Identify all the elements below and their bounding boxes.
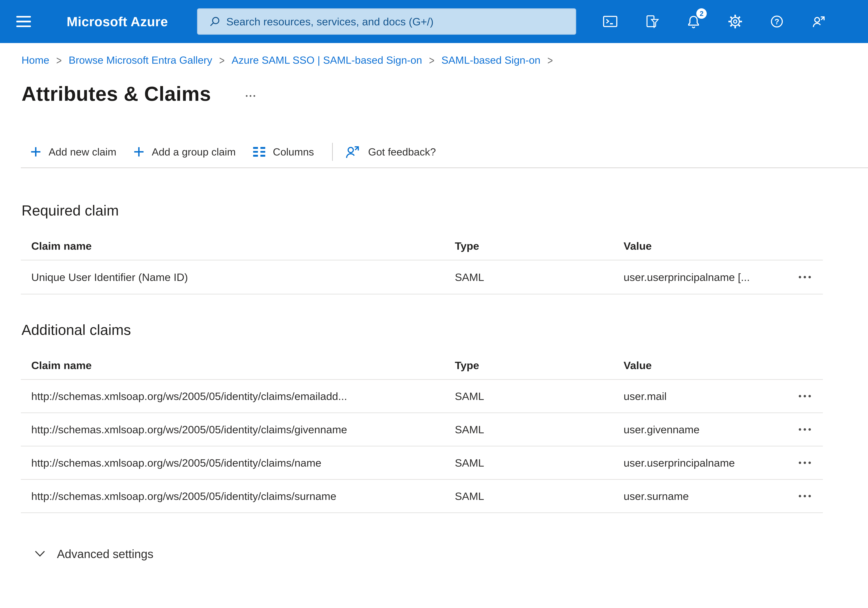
breadcrumb-entra-gallery[interactable]: Browse Microsoft Entra Gallery [69,54,212,66]
advanced-settings-label: Advanced settings [57,547,153,561]
row-more-options-button[interactable] [787,260,823,294]
claim-type-cell: SAML [445,271,613,283]
person-arrow-icon [344,144,361,160]
help-button[interactable]: ? [762,6,792,37]
row-more-options-button[interactable] [787,380,823,412]
column-header-type: Type [445,240,613,252]
columns-button[interactable]: Columns [253,146,314,158]
breadcrumb-saml-sso[interactable]: Azure SAML SSO | SAML-based Sign-on [232,54,422,66]
required-claim-heading: Required claim [22,201,868,220]
add-new-claim-label: Add new claim [49,146,116,158]
azure-portal-page: Microsoft Azure [0,0,868,608]
column-header-claim-name: Claim name [21,359,445,371]
claim-name-cell: http://schemas.xmlsoap.org/ws/2005/05/id… [21,490,445,502]
hamburger-menu-button[interactable] [8,6,39,37]
notification-count-badge: 2 [696,8,707,19]
claim-value-cell: user.mail [613,390,787,402]
breadcrumb-separator: > [429,53,434,67]
table-row[interactable]: http://schemas.xmlsoap.org/ws/2005/05/id… [21,380,823,413]
title-row: Attributes & Claims [22,81,868,107]
chevron-down-icon [35,551,45,557]
cloud-shell-button[interactable] [595,6,625,37]
advanced-settings-toggle[interactable]: Advanced settings [35,547,153,561]
claim-name-cell: http://schemas.xmlsoap.org/ws/2005/05/id… [21,390,445,402]
table-row[interactable]: Unique User Identifier (Name ID) SAML us… [21,260,823,294]
claim-value-cell: user.userprincipalname [613,457,787,469]
claims-content: Required claim Claim name Type Value Uni… [21,201,868,561]
svg-text:?: ? [775,17,779,26]
claim-type-cell: SAML [445,490,613,502]
claim-value-cell: user.userprincipalname [... [613,271,787,283]
search-input[interactable] [226,15,569,28]
hamburger-icon [16,16,31,27]
claim-type-cell: SAML [445,423,613,436]
ellipsis-icon [246,95,248,97]
toolbar-divider [332,143,333,161]
table-row[interactable]: http://schemas.xmlsoap.org/ws/2005/05/id… [21,413,823,446]
row-more-options-button[interactable] [787,446,823,479]
help-icon: ? [769,14,784,29]
table-row[interactable]: http://schemas.xmlsoap.org/ws/2005/05/id… [21,480,823,513]
columns-label: Columns [273,146,314,158]
columns-icon [253,147,265,157]
claim-type-cell: SAML [445,390,613,402]
page-title: Attributes & Claims [22,81,211,107]
plus-icon [134,147,144,157]
breadcrumb: Home > Browse Microsoft Entra Gallery > … [0,43,868,66]
breadcrumb-separator: > [219,53,225,67]
settings-button[interactable] [720,6,750,37]
claim-type-cell: SAML [445,457,613,469]
directory-filter-button[interactable] [637,6,667,37]
additional-claims-heading: Additional claims [22,320,868,340]
claim-name-cell: http://schemas.xmlsoap.org/ws/2005/05/id… [21,457,445,469]
global-search-box[interactable] [197,8,576,35]
feedback-button[interactable] [803,6,834,37]
breadcrumb-separator: > [56,53,62,67]
topbar-actions: 2 ? [595,6,834,37]
command-bar: Add new claim Add a group claim Columns … [21,136,868,168]
search-icon [209,16,220,27]
column-header-value: Value [613,359,787,371]
plus-icon [31,147,41,157]
claim-value-cell: user.givenname [613,423,787,436]
add-group-claim-label: Add a group claim [152,146,236,158]
got-feedback-button[interactable]: Got feedback? [344,144,436,160]
breadcrumb-saml-signon[interactable]: SAML-based Sign-on [442,54,540,66]
gear-icon [728,14,743,29]
claim-value-cell: user.surname [613,490,787,502]
breadcrumb-home[interactable]: Home [22,54,49,66]
column-header-value: Value [613,240,787,252]
breadcrumb-separator: > [547,53,553,67]
notifications-button[interactable]: 2 [678,6,709,37]
table-header-row: Claim name Type Value [21,230,823,260]
title-context-menu-button[interactable] [243,92,258,100]
add-group-claim-button[interactable]: Add a group claim [134,146,236,158]
table-row[interactable]: http://schemas.xmlsoap.org/ws/2005/05/id… [21,446,823,480]
top-bar: Microsoft Azure [0,0,868,43]
brand-title: Microsoft Azure [67,14,168,29]
add-new-claim-button[interactable]: Add new claim [31,146,116,158]
got-feedback-label: Got feedback? [368,146,436,158]
row-more-options-button[interactable] [787,413,823,446]
claim-name-cell: Unique User Identifier (Name ID) [21,271,445,283]
column-header-claim-name: Claim name [21,240,445,252]
table-header-row: Claim name Type Value [21,349,823,380]
column-header-type: Type [445,359,613,371]
claim-name-cell: http://schemas.xmlsoap.org/ws/2005/05/id… [21,423,445,436]
required-claim-table: Claim name Type Value Unique User Identi… [21,230,823,294]
person-arrow-icon [811,14,826,29]
additional-claims-table: Claim name Type Value http://schemas.xml… [21,349,823,513]
cloud-shell-icon [602,14,618,29]
row-more-options-button[interactable] [787,480,823,512]
directory-filter-icon [644,14,660,29]
